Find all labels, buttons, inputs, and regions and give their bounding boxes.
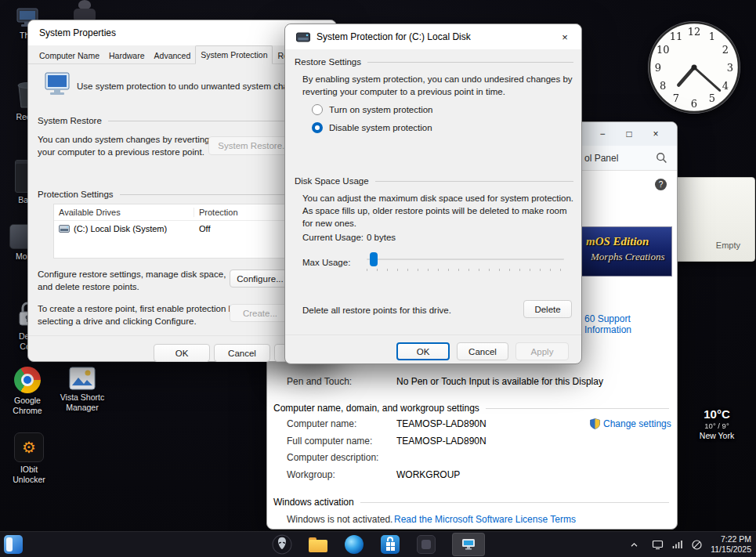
taskbar-time: 7:22 PM	[711, 534, 751, 544]
weather-gadget: 10°C 10° / 9° New York	[682, 407, 752, 440]
dark-app-icon[interactable]	[416, 534, 436, 555]
row-label: Workgroup:	[287, 469, 335, 480]
desktop-icon-google-chrome[interactable]: Google Chrome	[2, 367, 53, 415]
svg-text:4: 4	[722, 80, 729, 92]
taskbar-date: 11/15/2025	[711, 544, 751, 555]
max-usage-slider[interactable]	[367, 251, 564, 267]
row-label: Computer name:	[287, 418, 356, 429]
cancel-button[interactable]: Cancel	[457, 342, 508, 360]
weather-city: New York	[682, 431, 752, 440]
caption-buttons: − □ ×	[589, 122, 669, 146]
create-button[interactable]: Create...	[230, 304, 291, 322]
slider-thumb[interactable]	[370, 252, 378, 266]
max-usage-label: Max Usage:	[302, 256, 350, 269]
uac-shield-icon	[590, 418, 600, 429]
current-usage-value: 0 bytes	[367, 231, 396, 244]
radio-disable-protection[interactable]: Disable system protection	[312, 122, 432, 133]
taskbar-center-icons	[272, 532, 485, 557]
license-terms-link[interactable]: Read the Microsoft Software License Term…	[394, 514, 576, 525]
ok-button[interactable]: OK	[396, 342, 450, 360]
delete-button[interactable]: Delete	[523, 300, 572, 318]
maximize-button[interactable]: □	[616, 122, 642, 146]
disk-drive-icon	[59, 224, 70, 233]
tray-chevron-up-icon[interactable]	[629, 540, 639, 550]
ok-button[interactable]: OK	[154, 344, 210, 362]
row-value: TEAMOSP-LAD890N	[396, 418, 487, 429]
dialog-title: System Properties	[39, 27, 116, 38]
cancel-button[interactable]: Cancel	[214, 344, 270, 362]
tab-advanced[interactable]: Advanced	[150, 48, 196, 64]
tray-do-not-disturb-icon[interactable]	[691, 539, 703, 551]
column-available-drives: Available Drives	[54, 208, 194, 217]
tray-cast-icon[interactable]	[652, 539, 664, 551]
tab-computer-name[interactable]: Computer Name	[34, 48, 104, 64]
svg-text:6: 6	[691, 98, 697, 110]
svg-text:3: 3	[727, 62, 733, 74]
row-label: Computer description:	[287, 452, 378, 463]
svg-text:11: 11	[670, 31, 683, 42]
desktop-icon-label: IObit Unlocker	[3, 465, 55, 484]
clock-face: 121234567891011	[646, 19, 743, 116]
row-value: No Pen or Touch Input is available for t…	[396, 376, 603, 387]
help-icon[interactable]: ?	[655, 179, 667, 190]
group-label: Protection Settings	[38, 190, 114, 199]
drive-name: (C:) Local Disk (System)	[74, 224, 167, 233]
close-button[interactable]: ×	[642, 122, 669, 146]
clock-gadget: 121234567891011	[646, 19, 743, 116]
disk-usage-text: You can adjust the maximum disk space us…	[302, 192, 577, 230]
info-row-computer-description: Computer description:	[267, 452, 677, 465]
disk-drive-icon	[296, 31, 310, 43]
tab-system-protection[interactable]: System Protection	[195, 45, 273, 64]
configure-button[interactable]: Configure...	[230, 269, 291, 288]
radio-selected-icon[interactable]	[312, 122, 323, 133]
chrome-icon	[14, 367, 41, 393]
group-restore-settings: Restore Settings	[295, 57, 573, 67]
folder-icon	[309, 537, 327, 552]
taskbar-clock[interactable]: 7:22 PM 11/15/2025	[711, 534, 751, 555]
change-settings-label: Change settings	[603, 418, 671, 429]
svg-text:8: 8	[660, 80, 666, 92]
row-label: Pen and Touch:	[287, 376, 352, 387]
group-disk-space-usage: Disk Space Usage	[295, 176, 573, 186]
edge-browser-icon[interactable]	[344, 534, 364, 555]
apply-button[interactable]: Apply	[515, 342, 569, 360]
row-value: TEAMOSP-LAD890N	[396, 436, 487, 447]
active-window-task-button[interactable]	[452, 533, 485, 556]
drive-cell: (C:) Local Disk (System)	[54, 224, 194, 233]
desktop-icon-label: Vista Shortc Manager	[56, 392, 108, 412]
search-icon[interactable]	[656, 152, 667, 167]
support-information-link[interactable]: 60 Support Information	[584, 313, 677, 335]
start-button[interactable]	[4, 535, 23, 554]
svg-text:10: 10	[657, 44, 670, 56]
dark-app-glyph	[417, 535, 436, 554]
desktop-icon-iobit-unlocker[interactable]: ⚙ IObit Unlocker	[3, 432, 55, 484]
group-label: Disk Space Usage	[295, 176, 369, 186]
row-label: Full computer name:	[287, 436, 372, 447]
file-explorer-icon[interactable]	[308, 534, 328, 555]
section-title: Computer name, domain, and workgroup set…	[273, 403, 479, 414]
banner-title: mOS Edition	[586, 235, 671, 248]
info-row-activation: Windows is not activated. Read the Micro…	[267, 514, 677, 526]
close-icon[interactable]: ×	[553, 27, 577, 46]
radio-turn-on-protection[interactable]: Turn on system protection	[312, 104, 433, 115]
svg-text:12: 12	[688, 26, 701, 38]
change-settings-link[interactable]: Change settings	[590, 418, 671, 429]
store-bag	[381, 535, 400, 554]
desktop-icon-label: Google Chrome	[2, 396, 53, 415]
section-title: Windows activation	[273, 497, 354, 508]
group-label: Restore Settings	[295, 57, 361, 67]
gear-icon: ⚙	[14, 432, 44, 462]
system-restore-text: You can undo system changes by reverting…	[38, 133, 216, 158]
minimize-button[interactable]: −	[589, 122, 616, 146]
microsoft-store-icon[interactable]	[380, 534, 400, 555]
system-protection-dialog: System Protection for (C:) Local Disk × …	[284, 24, 582, 364]
alienware-icon[interactable]	[272, 534, 292, 555]
slider-track[interactable]	[367, 259, 564, 260]
tab-hardware[interactable]: Hardware	[104, 48, 150, 64]
edge-circle	[345, 535, 364, 554]
restore-settings-text: By enabling system protection, you can u…	[302, 73, 573, 98]
intro-text: Use system protection to undo unwanted s…	[77, 80, 320, 92]
radio-unselected-icon[interactable]	[312, 104, 323, 115]
tray-network-icon[interactable]	[671, 539, 683, 551]
desktop-icon-vista-shortcut-manager[interactable]: Vista Shortc Manager	[56, 367, 108, 412]
